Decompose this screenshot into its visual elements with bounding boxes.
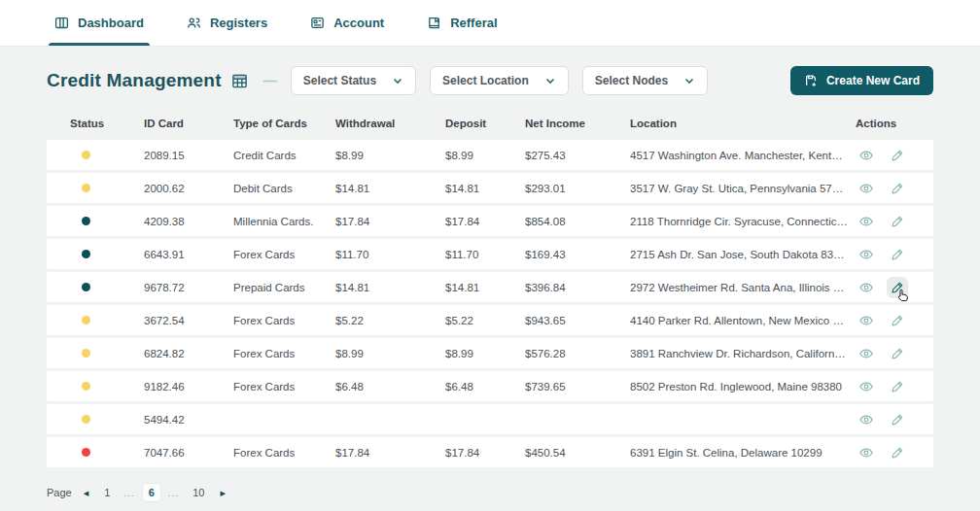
edit-button[interactable] bbox=[887, 277, 908, 298]
credit-table: Status ID Card Type of Cards Withdrawal … bbox=[0, 109, 980, 467]
create-new-card-button[interactable]: Create New Card bbox=[790, 66, 933, 95]
id-card-value: 9678.72 bbox=[144, 282, 233, 293]
pagination-ellipsis: ... bbox=[168, 488, 179, 498]
edit-button[interactable] bbox=[887, 145, 908, 166]
id-card-value: 2000.62 bbox=[144, 183, 233, 194]
view-button[interactable] bbox=[856, 343, 877, 364]
col-withdrawal: Withdrawal bbox=[335, 118, 445, 129]
pagination-pages: 1...6...10 bbox=[98, 484, 210, 501]
eye-icon bbox=[858, 181, 874, 196]
col-location: Location bbox=[630, 118, 856, 129]
net-income-value: $739.65 bbox=[525, 381, 630, 392]
nav-item-refferal[interactable]: Refferal bbox=[427, 0, 497, 46]
eye-icon bbox=[858, 280, 874, 295]
pencil-icon bbox=[891, 248, 904, 261]
withdrawal-value: $8.99 bbox=[335, 348, 445, 359]
deposit-value: $5.22 bbox=[445, 315, 525, 326]
chevron-left-icon[interactable]: ◂ bbox=[84, 488, 89, 498]
eye-icon bbox=[858, 346, 874, 361]
location-value: 3517 W. Gray St. Utica, Pennsylvania 578… bbox=[630, 183, 856, 194]
status-dot bbox=[82, 382, 90, 391]
location-value: 2118 Thornridge Cir. Syracuse, Connectic… bbox=[630, 216, 856, 227]
nav-item-label: Registers bbox=[210, 16, 267, 30]
view-button[interactable] bbox=[856, 211, 877, 232]
table-row: 6824.82 Forex Cards $8.99 $8.99 $576.28 … bbox=[47, 338, 933, 368]
view-button[interactable] bbox=[856, 310, 877, 331]
edit-button[interactable] bbox=[887, 244, 908, 265]
col-status: Status bbox=[70, 118, 144, 129]
pagination-page-6[interactable]: 6 bbox=[143, 484, 160, 501]
net-income-value: $169.43 bbox=[525, 249, 630, 260]
nav-item-dashboard[interactable]: Dashboard bbox=[54, 0, 144, 46]
col-deposit: Deposit bbox=[445, 118, 525, 129]
chevron-right-icon[interactable]: ▸ bbox=[220, 488, 226, 498]
deposit-value: $8.99 bbox=[445, 150, 525, 161]
card-type-value: Forex Cards bbox=[233, 447, 335, 459]
edit-button[interactable] bbox=[887, 310, 908, 331]
status-dot bbox=[82, 448, 90, 457]
id-card-value: 6824.82 bbox=[144, 348, 233, 359]
withdrawal-value: $17.84 bbox=[335, 216, 445, 227]
row-actions bbox=[856, 145, 933, 166]
view-button[interactable] bbox=[856, 442, 877, 463]
view-button[interactable] bbox=[856, 376, 877, 397]
net-income-value: $396.84 bbox=[525, 282, 630, 293]
filter-bar: Select Status Select Location Select Nod… bbox=[291, 66, 708, 95]
location-value: 4140 Parker Rd. Allentown, New Mexico 31… bbox=[630, 315, 856, 326]
card-type-value: Forex Cards bbox=[233, 249, 335, 260]
view-button[interactable] bbox=[856, 277, 877, 298]
pencil-icon bbox=[891, 413, 904, 426]
deposit-value: $14.81 bbox=[445, 282, 525, 293]
status-dot bbox=[82, 415, 90, 424]
eye-icon bbox=[858, 148, 874, 163]
create-new-card-label: Create New Card bbox=[826, 74, 920, 87]
mouse-cursor-icon bbox=[896, 289, 910, 303]
card-plus-icon bbox=[804, 74, 818, 87]
withdrawal-value: $14.81 bbox=[335, 183, 445, 194]
pagination-label: Page bbox=[47, 487, 72, 498]
table-row: 5494.42 bbox=[47, 404, 933, 434]
row-actions bbox=[856, 442, 933, 463]
pagination-page-10[interactable]: 10 bbox=[187, 484, 210, 501]
status-dot bbox=[82, 184, 90, 192]
row-actions bbox=[856, 409, 933, 430]
net-income-value: $293.01 bbox=[525, 183, 630, 194]
id-card-value: 2089.15 bbox=[144, 150, 233, 161]
nav-item-label: Refferal bbox=[450, 16, 497, 30]
select-nodes-dropdown[interactable]: Select Nodes bbox=[582, 66, 708, 95]
deposit-value: $8.99 bbox=[445, 348, 525, 359]
edit-button[interactable] bbox=[887, 343, 908, 364]
card-type-value: Credit Cards bbox=[233, 150, 335, 161]
col-net-income: Net Income bbox=[525, 118, 630, 129]
view-button[interactable] bbox=[856, 178, 877, 199]
edit-button[interactable] bbox=[887, 376, 908, 397]
table-row: 3672.54 Forex Cards $5.22 $5.22 $943.65 … bbox=[47, 305, 933, 335]
edit-button[interactable] bbox=[887, 211, 908, 232]
pagination-page-1[interactable]: 1 bbox=[98, 484, 116, 501]
view-button[interactable] bbox=[856, 244, 877, 265]
card-type-value: Debit Cards bbox=[233, 183, 335, 194]
status-dot bbox=[82, 283, 90, 291]
book-icon bbox=[427, 16, 441, 30]
view-button[interactable] bbox=[856, 409, 877, 430]
table-row: 6643.91 Forex Cards $11.70 $11.70 $169.4… bbox=[47, 239, 933, 269]
edit-button[interactable] bbox=[887, 442, 908, 463]
card-type-value: Millennia Cards. bbox=[233, 216, 335, 227]
withdrawal-value: $8.99 bbox=[335, 150, 445, 161]
select-status-label: Select Status bbox=[303, 74, 376, 87]
eye-icon bbox=[858, 412, 874, 427]
select-location-dropdown[interactable]: Select Location bbox=[430, 66, 569, 95]
select-status-dropdown[interactable]: Select Status bbox=[291, 66, 416, 95]
view-button[interactable] bbox=[856, 145, 877, 166]
nav-item-registers[interactable]: Registers bbox=[187, 0, 267, 46]
card-type-value: Forex Cards bbox=[233, 315, 335, 326]
row-actions bbox=[856, 244, 933, 265]
chevron-down-icon bbox=[683, 75, 695, 86]
nav-item-account[interactable]: Account bbox=[310, 0, 384, 46]
chevron-down-icon bbox=[392, 75, 403, 86]
edit-button[interactable] bbox=[887, 178, 908, 199]
card-type-value: Forex Cards bbox=[233, 381, 335, 392]
id-card-value: 6643.91 bbox=[144, 249, 233, 260]
edit-button[interactable] bbox=[887, 409, 908, 430]
users-icon bbox=[187, 16, 201, 30]
